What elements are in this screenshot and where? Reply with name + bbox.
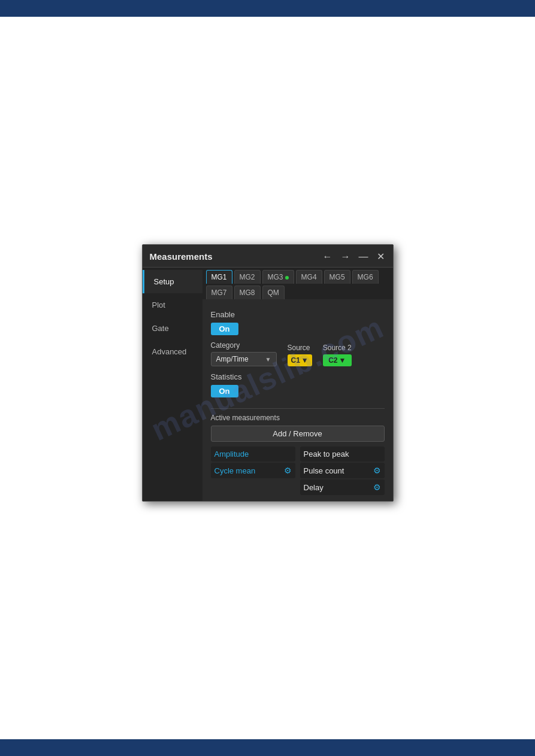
meas-peak-to-peak[interactable]: Peak to peak: [300, 447, 385, 462]
category-dropdown[interactable]: Amp/Time ▼: [211, 352, 277, 366]
sidebar-item-plot[interactable]: Plot: [143, 293, 202, 317]
dialog-titlebar: Measurements ← → — ✕: [143, 245, 393, 268]
divider: [211, 408, 385, 409]
category-source-row: Category Amp/Time ▼ Source C1 ▼: [211, 341, 385, 366]
tab-qm[interactable]: QM: [262, 286, 285, 299]
meas-delay-label: Delay: [304, 483, 324, 492]
meas-amplitude-label: Amplitude: [214, 450, 249, 459]
meas-delay[interactable]: Delay ⚙: [300, 479, 385, 495]
tab-mg5[interactable]: MG5: [324, 270, 350, 284]
bottom-bar: [0, 739, 535, 756]
measurements-grid: Amplitude Peak to peak Cycle mean ⚙: [211, 447, 385, 495]
meas-amplitude[interactable]: Amplitude: [211, 447, 295, 462]
main-panel: MG1 MG2 MG3 MG4 MG5 MG6 MG7 MG8 QM Enabl…: [202, 268, 393, 501]
sidebar-item-advanced[interactable]: Advanced: [143, 340, 202, 363]
titlebar-controls: ← → — ✕: [322, 251, 386, 262]
source2-label: Source 2: [323, 344, 352, 352]
statistics-label: Statistics: [211, 372, 385, 381]
meas-cycle-mean-label: Cycle mean: [214, 466, 256, 475]
back-button[interactable]: ←: [322, 251, 334, 262]
source-c1-arrow: ▼: [301, 356, 309, 365]
meas-pulse-count[interactable]: Pulse count ⚙: [300, 463, 385, 478]
top-bar: [0, 0, 535, 17]
dialog-title: Measurements: [150, 251, 213, 262]
meas-peak-to-peak-label: Peak to peak: [304, 450, 349, 459]
source-label: Source: [288, 344, 312, 352]
panel-content: Enable On Category Amp/Time ▼ Source: [202, 299, 393, 501]
delay-gear-icon[interactable]: ⚙: [373, 482, 381, 492]
active-measurements-label: Active measurements: [211, 414, 385, 422]
meas-cycle-mean[interactable]: Cycle mean ⚙: [211, 463, 295, 478]
source2-group: Source 2 C2 ▼: [323, 344, 352, 366]
category-arrow: ▼: [265, 356, 271, 363]
tab-mg8[interactable]: MG8: [234, 286, 261, 299]
measurements-dialog: Measurements ← → — ✕ Setup Plot Gate Adv…: [142, 244, 394, 502]
category-label: Category: [211, 341, 277, 350]
sidebar-item-setup[interactable]: Setup: [143, 270, 202, 293]
meas-pulse-count-label: Pulse count: [304, 466, 344, 475]
tab-mg4[interactable]: MG4: [296, 270, 322, 284]
tab-mg6[interactable]: MG6: [352, 270, 379, 284]
source-c1-badge[interactable]: C1 ▼: [288, 354, 312, 366]
sidebar-item-gate[interactable]: Gate: [143, 317, 202, 340]
tab-mg3-dot: [285, 276, 289, 280]
tab-mg2[interactable]: MG2: [234, 270, 261, 284]
minimize-button[interactable]: —: [358, 251, 370, 262]
enable-toggle[interactable]: On: [211, 323, 238, 335]
meas-empty-left: [211, 479, 295, 495]
enable-label: Enable: [211, 310, 385, 319]
forward-button[interactable]: →: [340, 251, 352, 262]
dialog-body: Setup Plot Gate Advanced MG1 MG2 MG3 MG4…: [143, 268, 393, 501]
source-c2-value: C2: [328, 356, 337, 365]
category-group: Category Amp/Time ▼: [211, 341, 277, 366]
sidebar: Setup Plot Gate Advanced: [143, 268, 202, 501]
tab-mg1[interactable]: MG1: [206, 270, 232, 284]
close-button[interactable]: ✕: [376, 251, 386, 262]
tab-mg7[interactable]: MG7: [206, 286, 232, 299]
statistics-toggle[interactable]: On: [211, 385, 238, 397]
category-value: Amp/Time: [216, 355, 249, 363]
tab-mg3[interactable]: MG3: [262, 270, 294, 284]
cycle-mean-gear-icon[interactable]: ⚙: [284, 466, 292, 475]
tabs-row: MG1 MG2 MG3 MG4 MG5 MG6 MG7 MG8 QM: [202, 268, 393, 299]
source-group: Source C1 ▼: [288, 344, 312, 366]
source-c2-badge[interactable]: C2 ▼: [323, 354, 352, 366]
pulse-count-gear-icon[interactable]: ⚙: [373, 466, 381, 475]
source-c1-value: C1: [291, 356, 300, 365]
source-c2-arrow: ▼: [338, 356, 346, 365]
add-remove-button[interactable]: Add / Remove: [211, 426, 385, 442]
